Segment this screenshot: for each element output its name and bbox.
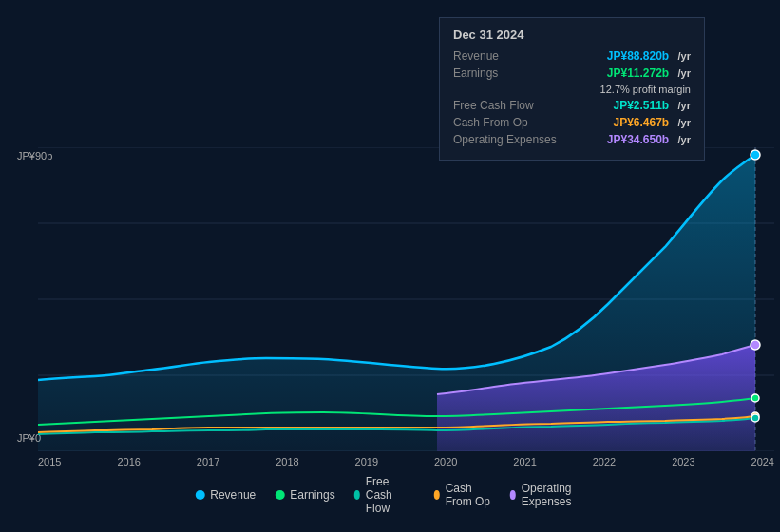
legend-earnings[interactable]: Earnings	[275, 488, 334, 502]
legend-opex[interactable]: Operating Expenses	[510, 482, 585, 508]
legend-dot-cashfromop	[434, 490, 440, 500]
tooltip-label-revenue: Revenue	[453, 49, 567, 63]
tooltip-label-opex: Operating Expenses	[453, 133, 567, 146]
legend-dot-fcf	[354, 490, 360, 500]
x-label-2016: 2016	[117, 456, 140, 467]
legend-label-fcf: Free Cash Flow	[366, 475, 415, 515]
tooltip-value-fcf: JP¥2.511b /yr	[613, 99, 691, 112]
legend-dot-earnings	[275, 490, 284, 500]
legend-revenue[interactable]: Revenue	[195, 488, 256, 502]
x-label-2019: 2019	[355, 456, 378, 467]
x-axis: 2015 2016 2017 2018 2019 2020 2021 2022 …	[38, 456, 774, 467]
tooltip-row-revenue: Revenue JP¥88.820b /yr	[453, 49, 691, 63]
tooltip-row-opex: Operating Expenses JP¥34.650b /yr	[453, 133, 691, 146]
legend-label-revenue: Revenue	[210, 488, 256, 502]
legend-cashfromop[interactable]: Cash From Op	[434, 482, 491, 508]
legend-label-cashfromop: Cash From Op	[446, 482, 491, 508]
opex-dot	[751, 340, 760, 350]
x-label-2017: 2017	[197, 456, 219, 467]
x-label-2024: 2024	[751, 456, 774, 467]
tooltip-row-cashfromop: Cash From Op JP¥6.467b /yr	[453, 116, 691, 129]
chart-container: Dec 31 2024 Revenue JP¥88.820b /yr Earni…	[0, 0, 780, 532]
legend-dot-revenue	[195, 490, 204, 500]
legend-dot-opex	[510, 490, 516, 500]
revenue-dot	[751, 150, 760, 160]
tooltip-value-earnings: JP¥11.272b /yr	[607, 66, 691, 80]
x-label-2018: 2018	[276, 456, 298, 467]
tooltip-label-earnings: Earnings	[453, 66, 567, 80]
legend-label-opex: Operating Expenses	[522, 482, 585, 508]
x-label-2020: 2020	[434, 456, 457, 467]
x-label-2015: 2015	[38, 456, 61, 467]
tooltip-label-fcf: Free Cash Flow	[453, 99, 567, 112]
tooltip-value-revenue: JP¥88.820b /yr	[607, 49, 691, 63]
tooltip-value-opex: JP¥34.650b /yr	[607, 133, 691, 146]
x-label-2021: 2021	[513, 456, 536, 467]
tooltip-profit-margin: 12.7% profit margin	[600, 84, 691, 95]
tooltip-value-cashfromop: JP¥6.467b /yr	[613, 116, 691, 129]
legend-label-earnings: Earnings	[290, 488, 334, 502]
earnings-dot	[751, 394, 759, 402]
fcf-dot	[751, 414, 759, 422]
tooltip-row-fcf: Free Cash Flow JP¥2.511b /yr	[453, 99, 691, 112]
tooltip-label-cashfromop: Cash From Op	[453, 116, 567, 129]
tooltip-box: Dec 31 2024 Revenue JP¥88.820b /yr Earni…	[439, 17, 705, 161]
tooltip-profit-margin-row: 12.7% profit margin	[453, 84, 691, 95]
chart-legend: Revenue Earnings Free Cash Flow Cash Fro…	[195, 475, 585, 515]
chart-area	[38, 147, 774, 451]
tooltip-row-earnings: Earnings JP¥11.272b /yr	[453, 66, 691, 80]
x-label-2023: 2023	[672, 456, 694, 467]
tooltip-date: Dec 31 2024	[453, 28, 691, 42]
legend-fcf[interactable]: Free Cash Flow	[354, 475, 415, 515]
x-label-2022: 2022	[593, 456, 616, 467]
